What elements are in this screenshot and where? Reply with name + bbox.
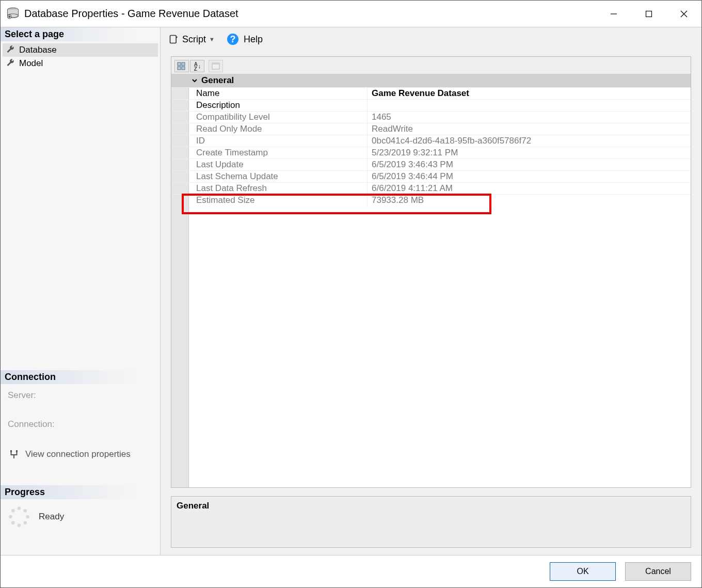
property-label: Estimated Size bbox=[171, 195, 368, 206]
page-item-model[interactable]: Model bbox=[3, 57, 158, 70]
svg-rect-13 bbox=[178, 62, 181, 66]
maximize-button[interactable] bbox=[631, 1, 666, 27]
svg-point-11 bbox=[11, 509, 15, 513]
property-label: Last Schema Update bbox=[171, 171, 368, 182]
chevron-down-icon bbox=[191, 77, 198, 84]
minimize-button[interactable] bbox=[596, 1, 631, 27]
property-row[interactable]: Last Data Refresh6/6/2019 4:11:21 AM bbox=[171, 182, 691, 194]
window-title: Database Properties - Game Revenue Datas… bbox=[24, 8, 596, 20]
grid-toolbar: AZ↓ bbox=[171, 57, 691, 74]
property-value: 0bc041c4-d2d6-4a18-95fb-a360f5786f72 bbox=[368, 135, 691, 147]
property-label: Name bbox=[171, 88, 368, 99]
svg-rect-18 bbox=[212, 63, 219, 65]
svg-point-8 bbox=[18, 523, 21, 527]
property-value: 6/6/2019 4:11:21 AM bbox=[368, 183, 691, 194]
property-value: ReadWrite bbox=[368, 123, 691, 135]
category-row[interactable]: General bbox=[171, 74, 691, 87]
script-label: Script bbox=[182, 34, 206, 45]
help-icon: ? bbox=[227, 34, 238, 45]
property-row[interactable]: Create Timestamp5/23/2019 9:32:11 PM bbox=[171, 147, 691, 158]
spinner-icon bbox=[8, 505, 30, 528]
property-row[interactable]: Last Update6/5/2019 3:46:43 PM bbox=[171, 158, 691, 170]
category-label: General bbox=[201, 75, 234, 86]
connection-header: Connection bbox=[1, 370, 160, 384]
svg-point-6 bbox=[26, 515, 29, 519]
svg-rect-3 bbox=[646, 11, 652, 17]
property-row[interactable]: NameGame Revenue Dataset bbox=[171, 87, 691, 99]
script-icon bbox=[169, 34, 179, 44]
connection-body: Server: Connection: View connection prop… bbox=[1, 384, 160, 485]
toolbar: Script ▼ ? Help bbox=[161, 27, 701, 51]
property-value: 73933.28 MB bbox=[368, 195, 691, 206]
ok-button[interactable]: OK bbox=[550, 562, 616, 581]
help-button[interactable]: ? Help bbox=[221, 33, 266, 46]
svg-rect-15 bbox=[178, 67, 181, 70]
cancel-button[interactable]: Cancel bbox=[625, 562, 691, 581]
property-label: Read Only Mode bbox=[171, 123, 368, 135]
right-panel: Script ▼ ? Help bbox=[161, 27, 701, 555]
close-button[interactable] bbox=[666, 1, 701, 27]
script-button[interactable]: Script ▼ bbox=[166, 33, 218, 46]
description-header: General bbox=[177, 501, 209, 511]
help-label: Help bbox=[244, 34, 263, 45]
footer: OK Cancel bbox=[1, 555, 701, 587]
description-pane: General bbox=[171, 496, 691, 548]
progress-status: Ready bbox=[39, 512, 64, 522]
svg-point-7 bbox=[23, 521, 27, 525]
svg-point-9 bbox=[11, 521, 15, 525]
chevron-down-icon: ▼ bbox=[209, 36, 215, 42]
property-value: 6/5/2019 3:46:44 PM bbox=[368, 171, 691, 182]
page-item-label: Database bbox=[19, 45, 57, 55]
property-value[interactable]: Game Revenue Dataset bbox=[368, 88, 691, 99]
property-row[interactable]: ID0bc041c4-d2d6-4a18-95fb-a360f5786f72 bbox=[171, 135, 691, 147]
view-connection-label: View connection properties bbox=[25, 449, 131, 459]
property-row[interactable]: Estimated Size73933.28 MB bbox=[171, 194, 691, 206]
property-value: 1465 bbox=[368, 112, 691, 123]
view-connection-properties[interactable]: View connection properties bbox=[8, 448, 153, 460]
property-grid: AZ↓ General NameGame Revenue DatasetDesc… bbox=[171, 56, 691, 488]
svg-point-5 bbox=[23, 509, 27, 513]
dialog-window: Database Properties - Game Revenue Datas… bbox=[0, 0, 702, 588]
page-item-database[interactable]: Database bbox=[3, 43, 158, 57]
categorized-button[interactable] bbox=[174, 60, 189, 72]
cancel-label: Cancel bbox=[645, 567, 671, 576]
property-row[interactable]: Read Only ModeReadWrite bbox=[171, 123, 691, 135]
property-label: Create Timestamp bbox=[171, 147, 368, 158]
property-label: ID bbox=[171, 135, 368, 147]
window-controls bbox=[596, 1, 701, 27]
property-label: Last Data Refresh bbox=[171, 183, 368, 194]
property-row[interactable]: Last Schema Update6/5/2019 3:46:44 PM bbox=[171, 170, 691, 182]
property-value: 6/5/2019 3:46:43 PM bbox=[368, 159, 691, 170]
property-row[interactable]: Description bbox=[171, 99, 691, 111]
property-value[interactable] bbox=[368, 100, 691, 111]
svg-rect-14 bbox=[182, 62, 185, 66]
svg-rect-16 bbox=[182, 67, 185, 70]
svg-point-10 bbox=[9, 515, 12, 519]
progress-header: Progress bbox=[1, 485, 160, 499]
page-list: Database Model bbox=[1, 41, 160, 75]
database-icon bbox=[6, 7, 20, 21]
server-label: Server: bbox=[8, 390, 153, 401]
connection-label: Connection: bbox=[8, 419, 153, 430]
svg-point-4 bbox=[18, 506, 21, 510]
property-label: Description bbox=[171, 100, 368, 111]
progress-body: Ready bbox=[1, 499, 160, 534]
alphabetical-button[interactable]: AZ↓ bbox=[190, 60, 204, 72]
left-panel: Select a page Database Model Connection … bbox=[1, 27, 161, 555]
property-label: Compatibility Level bbox=[171, 112, 368, 123]
property-pages-button[interactable] bbox=[209, 60, 223, 72]
ok-label: OK bbox=[577, 567, 588, 576]
wrench-icon bbox=[6, 45, 15, 55]
svg-rect-12 bbox=[170, 36, 177, 43]
property-row[interactable]: Compatibility Level1465 bbox=[171, 111, 691, 123]
select-page-header: Select a page bbox=[1, 27, 160, 41]
property-value: 5/23/2019 9:32:11 PM bbox=[368, 147, 691, 158]
titlebar: Database Properties - Game Revenue Datas… bbox=[1, 1, 701, 27]
connection-icon bbox=[8, 448, 20, 460]
page-item-label: Model bbox=[19, 58, 43, 69]
property-label: Last Update bbox=[171, 159, 368, 170]
wrench-icon bbox=[6, 59, 15, 68]
